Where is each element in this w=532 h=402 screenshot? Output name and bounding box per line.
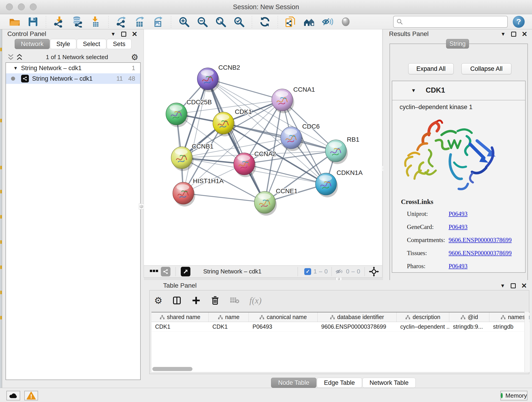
zoom-in-button[interactable] <box>178 16 190 28</box>
crosslink-label: Compartments: <box>407 236 445 243</box>
network-node-CDKN1A[interactable]: CDKN1A <box>316 169 363 197</box>
close-panel-icon[interactable]: ✕ <box>521 282 527 289</box>
panel-menu-icon[interactable]: ▼ <box>500 283 505 288</box>
crosslink-link[interactable]: P06493 <box>449 223 468 230</box>
export-network-button[interactable] <box>115 16 127 28</box>
crosslink-link[interactable]: P06493 <box>449 263 468 270</box>
panel-menu-icon[interactable]: ▼ <box>500 32 506 37</box>
tree-expand-icon[interactable]: ▼ <box>13 65 18 71</box>
tab-style[interactable]: Style <box>50 39 76 49</box>
hidden-eye-icon[interactable] <box>336 268 344 275</box>
network-node-CDC6[interactable]: CDC6 <box>281 123 320 151</box>
results-panel-title: Results Panel <box>389 30 429 38</box>
refresh-icon <box>259 16 271 27</box>
crosslink-row: Pharos:P06493 <box>407 263 425 270</box>
float-panel-icon[interactable] <box>511 32 516 37</box>
column-header-shared-name[interactable]: shared name <box>152 313 209 322</box>
table-horizontal-scrollbar[interactable] <box>152 367 192 371</box>
inactive-view-button[interactable] <box>340 16 352 28</box>
left-splitter-handle[interactable] <box>139 204 144 210</box>
copy-network-icon <box>285 16 297 27</box>
show-columns-icon[interactable] <box>172 296 182 305</box>
expand-all-tree-icon[interactable] <box>16 54 23 61</box>
network-node-HIST1H1A[interactable]: HIST1H1A <box>173 177 224 206</box>
close-panel-icon[interactable]: ✕ <box>132 31 138 38</box>
string-app-icon <box>21 75 29 83</box>
network-collection-row[interactable]: ▼ String Network – cdk1 1 <box>6 63 140 73</box>
delete-column-icon[interactable] <box>210 295 220 306</box>
create-column-icon[interactable] <box>191 296 201 305</box>
column-header-@id[interactable]: @id <box>449 313 489 322</box>
open-session-button[interactable] <box>9 16 21 28</box>
close-panel-icon[interactable]: ✕ <box>522 31 527 38</box>
tab-sets[interactable]: Sets <box>107 39 132 49</box>
selected-checkbox-icon[interactable]: ✓ <box>304 268 311 275</box>
column-header-description[interactable]: description <box>397 313 449 322</box>
column-header-database-identifier[interactable]: database identifier <box>317 313 397 322</box>
tab-network[interactable]: Network <box>15 39 50 49</box>
column-header-canonical-name[interactable]: canonical name <box>249 313 317 322</box>
crosshair-icon[interactable] <box>369 267 379 277</box>
network-edge[interactable] <box>183 79 208 193</box>
import-network-file-button[interactable] <box>53 16 65 28</box>
zoom-selected-button[interactable] <box>233 16 245 28</box>
float-panel-icon[interactable] <box>121 32 126 37</box>
gene-card-header[interactable]: ▼ CDK1 <box>392 81 525 100</box>
zoom-out-button[interactable] <box>196 16 208 28</box>
crosslinks-title: CrossLinks <box>401 198 433 206</box>
import-table-file-button[interactable] <box>89 16 101 28</box>
table-vertical-scrollbar[interactable] <box>525 312 529 372</box>
tab-edge-table[interactable]: Edge Table <box>317 378 362 388</box>
crosslink-link[interactable]: P06493 <box>449 211 468 217</box>
collapse-all-button[interactable]: Collapse All <box>462 63 511 74</box>
tab-select[interactable]: Select <box>77 39 106 49</box>
string-view-button[interactable] <box>161 267 171 276</box>
cloud-status-button[interactable] <box>6 391 20 400</box>
search-icon <box>396 18 403 25</box>
node-table[interactable]: shared namenamecanonical namedatabase id… <box>152 312 530 372</box>
column-header-namespace[interactable]: namespace <box>489 313 530 322</box>
zoom-fit-button[interactable] <box>215 16 227 28</box>
search-field[interactable] <box>393 16 508 28</box>
panel-menu-icon[interactable]: ▼ <box>111 32 116 37</box>
network-node-CCNA1[interactable]: CCNA1 <box>272 86 315 113</box>
column-header-name[interactable]: name <box>209 313 249 322</box>
table-options-gear-icon[interactable]: ⚙ <box>154 295 162 306</box>
show-panels-button[interactable] <box>303 16 315 28</box>
delete-table-icon[interactable] <box>229 296 240 305</box>
network-edge[interactable] <box>183 193 265 202</box>
function-builder-icon[interactable]: f(x) <box>249 295 262 306</box>
collapse-entry-icon[interactable]: ▼ <box>411 88 416 94</box>
search-input[interactable] <box>405 18 505 25</box>
export-image-button[interactable] <box>152 16 164 28</box>
tab-node-table[interactable]: Node Table <box>271 378 317 388</box>
network-node-CCNE1[interactable]: CCNE1 <box>254 187 298 216</box>
network-row-selected[interactable]: String Network – cdk1 11 48 <box>6 73 140 84</box>
tab-string[interactable]: String <box>446 39 469 49</box>
grid-view-icon[interactable] <box>150 270 158 274</box>
memory-button[interactable]: Memory <box>500 391 527 400</box>
protein-structure-image <box>401 113 500 196</box>
warning-status-button[interactable] <box>24 391 38 400</box>
network-options-gear-icon[interactable]: ⚙ <box>131 52 138 62</box>
crosslink-link[interactable]: 9606.ENSP00000378699 <box>449 249 512 257</box>
table-row[interactable]: CDK1CDK1P064939606.ENSP00000378699cyclin… <box>152 322 530 332</box>
tab-network-table[interactable]: Network Table <box>362 378 416 388</box>
float-panel-icon[interactable] <box>511 283 516 288</box>
crosslink-link[interactable]: 9606.ENSP00000378699 <box>449 236 512 244</box>
expand-all-button[interactable]: Expand All <box>408 63 454 74</box>
table-header-row: shared namenamecanonical namedatabase id… <box>152 313 530 322</box>
save-session-button[interactable] <box>27 16 39 28</box>
collapse-all-tree-icon[interactable] <box>7 54 14 61</box>
network-node-CCNB2[interactable]: CCNB2 <box>197 64 240 92</box>
help-button[interactable]: ? <box>513 16 525 28</box>
network-node-RB1[interactable]: RB1 <box>325 136 359 164</box>
network-canvas[interactable]: CCNB2CCNA1CDC25BCDK1CDC6RB1CCNB1CCNA2CDK… <box>144 29 382 265</box>
import-network-database-button[interactable] <box>71 16 83 28</box>
hide-labels-button[interactable] <box>322 16 333 28</box>
birds-eye-view-button[interactable] <box>181 267 190 276</box>
apply-layout-button[interactable] <box>259 16 271 28</box>
clone-network-button[interactable] <box>285 16 297 28</box>
export-table-button[interactable] <box>134 16 146 28</box>
network-node-CDK1[interactable]: CDK1 <box>213 108 252 136</box>
